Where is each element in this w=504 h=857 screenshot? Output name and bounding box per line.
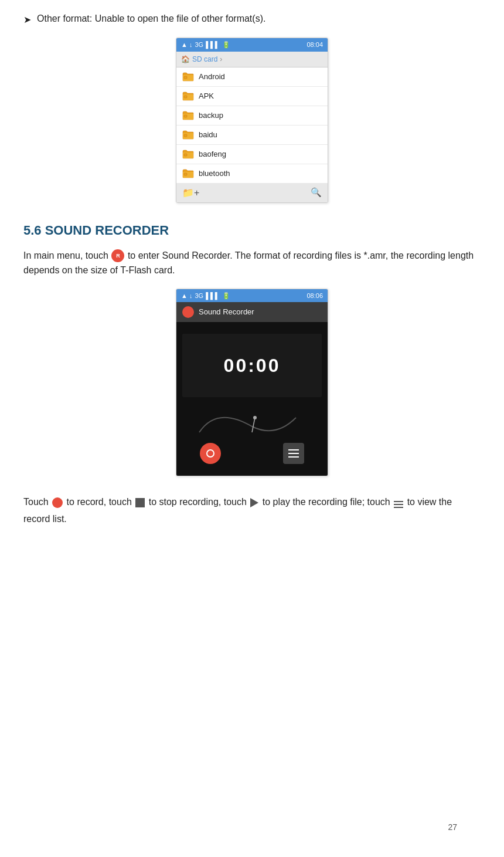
recorder-signal-bars: ▌▌▌ [206, 291, 219, 301]
file-name-android: Android [199, 71, 225, 83]
bottom-text-4: to play the recording file; touch [263, 497, 390, 507]
folder-icon-android [182, 71, 194, 83]
recorder-screen: 00:00 [176, 322, 328, 476]
recorder-app-bar: Sound Recorder [176, 302, 328, 322]
home-icon: 🏠 [181, 54, 190, 65]
file-name-bluetooth: bluetooth [199, 168, 230, 179]
bullet-text: Other format: Unable to open the file of… [37, 12, 265, 26]
sound-recorder-screenshot: ▲ ↓ 3G ▌▌▌ 🔋 08:06 Sound Recorder 00:00 [176, 289, 328, 477]
recorder-app-title: Sound Recorder [199, 306, 254, 318]
recorder-time: 08:06 [307, 291, 323, 301]
recorder-app-icon [182, 306, 194, 318]
bottom-instructions: Touch to record, touch to stop recording… [23, 494, 481, 528]
folder-icon-baofeng [182, 148, 194, 160]
add-folder-icon[interactable]: 📁+ [182, 186, 199, 200]
recorder-3g: 3G [195, 291, 203, 301]
svg-point-7 [253, 416, 257, 419]
record-button[interactable] [200, 443, 221, 464]
nav-sep: › [220, 54, 222, 65]
file-name-baofeng: baofeng [199, 148, 226, 160]
file-bottom-bar: 📁+ 🔍 [176, 184, 328, 202]
file-manager-screenshot: ▲ ↓ 3G ▌▌▌ 🔋 08:04 🏠 SD card › Android [176, 38, 328, 203]
file-name-baidu: baidu [199, 129, 217, 141]
file-row[interactable]: bluetooth [176, 164, 328, 184]
file-nav-bar: 🏠 SD card › [176, 52, 328, 67]
svg-rect-0 [184, 76, 187, 79]
section-heading: 5.6 SOUND RECORDER [23, 221, 481, 240]
file-name-apk: APK [199, 90, 214, 102]
recorder-status-bar: ▲ ↓ 3G ▌▌▌ 🔋 08:06 [176, 289, 328, 303]
record-icon-inline [52, 497, 63, 508]
signal-3g: 3G [195, 40, 203, 50]
signal-icon: ▲ ↓ [181, 40, 192, 50]
bottom-text-2: to record, touch [67, 497, 132, 507]
list-button[interactable] [283, 443, 304, 464]
play-icon-inline [250, 498, 258, 507]
file-row[interactable]: backup [176, 106, 328, 126]
recorder-status-left: ▲ ↓ 3G ▌▌▌ 🔋 [181, 291, 230, 301]
stop-icon-inline [135, 498, 145, 507]
status-bar-left: ▲ ↓ 3G ▌▌▌ 🔋 [181, 40, 230, 50]
bullet-item: ➤ Other format: Unable to open the file … [23, 12, 481, 27]
intro-paragraph: In main menu, touch to enter Sound Recor… [23, 248, 481, 278]
folder-icon-backup [182, 110, 194, 121]
folder-icon-bluetooth [182, 168, 194, 179]
file-row[interactable]: APK [176, 87, 328, 106]
svg-rect-9 [394, 504, 403, 505]
svg-rect-2 [184, 115, 187, 117]
recorder-signal-icon: ▲ ↓ [181, 291, 192, 301]
folder-icon-apk [182, 90, 194, 102]
svg-rect-8 [394, 501, 403, 502]
recorder-timer: 00:00 [182, 334, 322, 397]
file-row[interactable]: Android [176, 67, 328, 87]
recorder-waveform [182, 397, 322, 438]
sd-card-nav[interactable]: SD card [192, 54, 217, 65]
bottom-text-1: Touch [23, 497, 49, 507]
svg-rect-3 [184, 134, 187, 137]
svg-rect-5 [184, 173, 187, 175]
svg-rect-1 [184, 96, 187, 98]
svg-rect-10 [394, 507, 403, 508]
battery-icon: 🔋 [222, 40, 230, 50]
file-row[interactable]: baofeng [176, 145, 328, 164]
recorder-battery-icon: 🔋 [222, 291, 230, 301]
svg-line-6 [252, 418, 255, 432]
file-row[interactable]: baidu [176, 126, 328, 145]
intro-text-1: In main menu, touch [23, 250, 108, 260]
recorder-controls [182, 438, 322, 468]
svg-rect-4 [184, 154, 187, 156]
status-time: 08:04 [307, 40, 323, 50]
folder-icon-baidu [182, 129, 194, 141]
sound-recorder-inline-icon [111, 249, 124, 262]
list-icon-inline [393, 498, 404, 507]
file-list: Android APK backup [176, 67, 328, 184]
status-bar: ▲ ↓ 3G ▌▌▌ 🔋 08:04 [176, 38, 328, 52]
signal-bars: ▌▌▌ [206, 40, 219, 50]
file-name-backup: backup [199, 110, 223, 121]
waveform-svg [188, 400, 316, 435]
bottom-text-3: to stop recording, touch [149, 497, 247, 507]
page-number: 27 [448, 821, 457, 834]
bullet-arrow-icon: ➤ [23, 13, 31, 27]
search-icon[interactable]: 🔍 [311, 186, 322, 199]
